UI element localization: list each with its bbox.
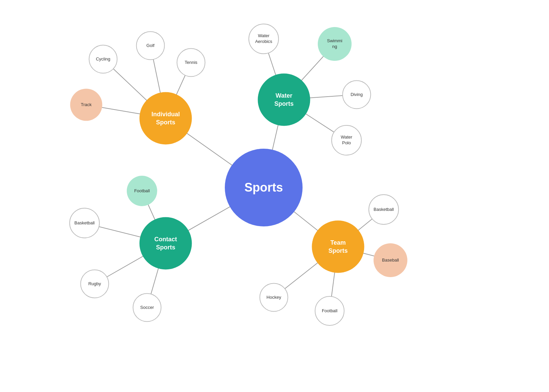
node-rugby: Rugby — [80, 270, 109, 298]
node-contact-sports: ContactSports — [140, 217, 192, 270]
node-basketball: Basketball — [69, 208, 100, 238]
node-soccer: Soccer — [133, 293, 162, 322]
node-individual-sports: IndividualSports — [140, 92, 192, 145]
node-football: Football — [127, 176, 157, 206]
node-sports: Sports — [225, 149, 303, 226]
node-water-sports: WaterSports — [258, 74, 310, 126]
node-golf: Golf — [136, 31, 165, 60]
node-diving: Diving — [342, 80, 371, 109]
node-basketball: Basketball — [368, 194, 399, 225]
node-track: Track — [70, 89, 102, 121]
node-water-polo: WaterPolo — [331, 125, 362, 155]
node-water-aerobics: WaterAerobics — [248, 24, 279, 54]
node-baseball: Baseball — [374, 243, 407, 277]
node-football: Football — [315, 296, 344, 326]
node-swimmi-ng: Swimming — [318, 27, 352, 61]
node-cycling: Cycling — [89, 45, 118, 74]
node-tennis: Tennis — [177, 48, 206, 77]
node-team-sports: TeamSports — [312, 221, 364, 273]
node-hockey: Hockey — [260, 283, 288, 312]
mind-map-container: SportsIndividualSportsGolfTennisCyclingT… — [0, 0, 549, 392]
